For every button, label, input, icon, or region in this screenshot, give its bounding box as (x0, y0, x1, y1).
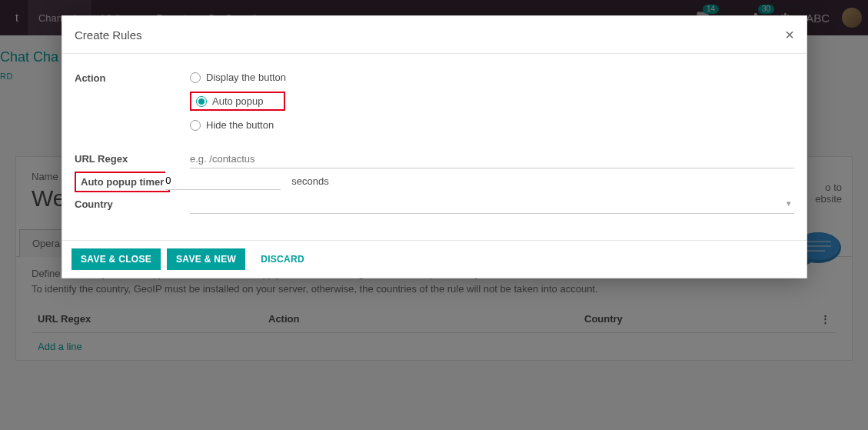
radio-hide-button[interactable]: Hide the button (190, 117, 794, 133)
radio-auto-popup[interactable]: Auto popup (190, 92, 285, 111)
radio-auto-popup-input[interactable] (196, 96, 207, 107)
save-close-button[interactable]: SAVE & CLOSE (72, 248, 161, 270)
seconds-label: seconds (291, 175, 328, 187)
modal-header: Create Rules × (62, 16, 806, 54)
discard-button[interactable]: DISCARD (251, 248, 314, 270)
label-url-regex: URL Regex (75, 150, 190, 165)
radio-display-button[interactable]: Display the button (190, 69, 794, 85)
label-action: Action (75, 69, 190, 84)
modal-body: Action Display the button Auto popup Hid… (62, 54, 806, 240)
save-new-button[interactable]: SAVE & NEW (167, 248, 245, 270)
label-auto-popup-timer: Auto popup timer (75, 172, 170, 192)
url-regex-input[interactable] (190, 150, 794, 168)
close-icon[interactable]: × (785, 27, 794, 42)
auto-popup-timer-input[interactable] (165, 172, 281, 190)
radio-hide-input[interactable] (190, 120, 201, 131)
modal-title: Create Rules (75, 28, 142, 42)
label-country: Country (75, 195, 190, 210)
create-rules-modal: Create Rules × Action Display the button… (62, 15, 807, 278)
country-select[interactable] (190, 195, 794, 214)
radio-display-input[interactable] (190, 72, 201, 83)
modal-footer: SAVE & CLOSE SAVE & NEW DISCARD (62, 240, 806, 278)
